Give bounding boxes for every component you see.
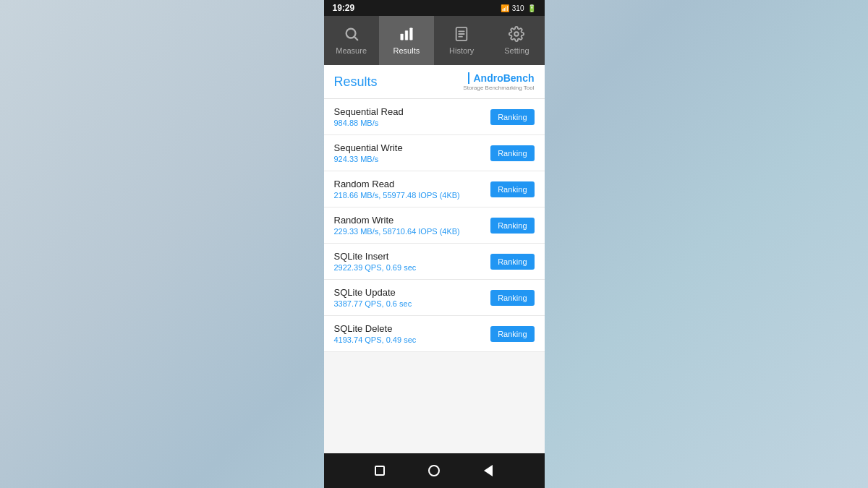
result-info-sqlite-insert: SQLite Insert 2922.39 QPS, 0.69 sec [334,251,417,272]
result-info-random-write: Random Write 229.33 MB/s, 58710.64 IOPS … [334,215,460,236]
tab-history[interactable]: History [434,16,489,65]
result-name-sqlite-update: SQLite Update [334,287,412,298]
recent-apps-icon [375,466,385,476]
result-info-sequential-read: Sequential Read 984.88 MB/s [334,106,404,127]
result-info-sqlite-delete: SQLite Delete 4193.74 QPS, 0.49 sec [334,323,417,344]
nav-home-button[interactable] [422,459,446,482]
result-item-random-write: Random Write 229.33 MB/s, 58710.64 IOPS … [324,207,545,244]
brand-tagline: Storage Benchmarking Tool [463,85,534,91]
svg-rect-2 [401,34,404,40]
nav-recent-apps-button[interactable] [368,459,391,482]
bottom-nav [324,453,545,488]
result-value-sqlite-insert: 2922.39 QPS, 0.69 sec [334,263,417,272]
data-indicator: 310 [512,4,524,12]
status-icons: 📶 310 🔋 [501,4,536,12]
tab-measure[interactable]: Measure [324,16,379,65]
ranking-btn-random-read[interactable]: Ranking [490,181,534,197]
result-item-sqlite-insert: SQLite Insert 2922.39 QPS, 0.69 sec Rank… [324,244,545,280]
result-info-sqlite-update: SQLite Update 3387.77 QPS, 0.6 sec [334,287,412,308]
brand-area: AndroBench Storage Benchmarking Tool [463,72,534,91]
result-name-random-write: Random Write [334,215,460,226]
result-info-sequential-write: Sequential Write 924.33 MB/s [334,142,403,163]
tab-setting[interactable]: Setting [489,16,544,65]
back-icon [484,465,493,476]
result-item-sqlite-update: SQLite Update 3387.77 QPS, 0.6 sec Ranki… [324,280,545,316]
result-item-sequential-write: Sequential Write 924.33 MB/s Ranking [324,135,545,171]
result-value-sqlite-delete: 4193.74 QPS, 0.49 sec [334,335,417,344]
content-area: Results AndroBench Storage Benchmarking … [324,65,545,453]
ranking-btn-sqlite-insert[interactable]: Ranking [490,254,534,270]
result-name-sqlite-delete: SQLite Delete [334,323,417,334]
results-title: Results [334,74,378,90]
history-tab-label: History [449,46,474,55]
ranking-btn-random-write[interactable]: Ranking [490,218,534,234]
ranking-btn-sqlite-update[interactable]: Ranking [490,290,534,306]
ranking-btn-sequential-read[interactable]: Ranking [490,109,534,125]
setting-tab-label: Setting [504,46,529,55]
result-name-sqlite-insert: SQLite Insert [334,251,417,262]
setting-icon [509,26,524,44]
svg-rect-3 [405,30,408,40]
result-item-sqlite-delete: SQLite Delete 4193.74 QPS, 0.49 sec Rank… [324,316,545,352]
svg-line-1 [354,37,357,40]
result-item-sequential-read: Sequential Read 984.88 MB/s Ranking [324,99,545,135]
result-name-random-read: Random Read [334,179,460,189]
measure-tab-label: Measure [336,46,367,55]
ranking-btn-sequential-write[interactable]: Ranking [490,145,534,161]
nav-back-button[interactable] [477,459,500,482]
tab-bar: Measure Results [324,16,545,65]
results-header: Results AndroBench Storage Benchmarking … [324,65,545,99]
result-value-sequential-write: 924.33 MB/s [334,155,403,163]
brand-name: AndroBench [468,72,535,84]
battery-icon: 🔋 [527,4,536,12]
result-name-sequential-write: Sequential Write [334,142,403,153]
history-icon [454,26,469,44]
result-value-sequential-read: 984.88 MB/s [334,119,404,127]
ranking-btn-sqlite-delete[interactable]: Ranking [490,326,534,342]
svg-point-9 [515,32,519,36]
svg-rect-4 [409,28,412,40]
result-info-random-read: Random Read 218.66 MB/s, 55977.48 IOPS (… [334,179,460,200]
tab-results[interactable]: Results [379,16,434,65]
phone-frame: 19:29 📶 310 🔋 Measure [324,0,545,488]
result-value-sqlite-update: 3387.77 QPS, 0.6 sec [334,299,412,308]
results-icon [399,26,414,44]
measure-icon [344,26,359,44]
results-tab-label: Results [393,46,420,55]
status-bar: 19:29 📶 310 🔋 [324,0,545,16]
result-value-random-write: 229.33 MB/s, 58710.64 IOPS (4KB) [334,227,460,236]
wifi-icon: 📶 [501,4,509,12]
result-name-sequential-read: Sequential Read [334,106,404,117]
home-icon [428,465,440,476]
result-item-random-read: Random Read 218.66 MB/s, 55977.48 IOPS (… [324,171,545,207]
status-time: 19:29 [333,3,355,13]
result-value-random-read: 218.66 MB/s, 55977.48 IOPS (4KB) [334,191,460,200]
results-list: Sequential Read 984.88 MB/s Ranking Sequ… [324,99,545,352]
